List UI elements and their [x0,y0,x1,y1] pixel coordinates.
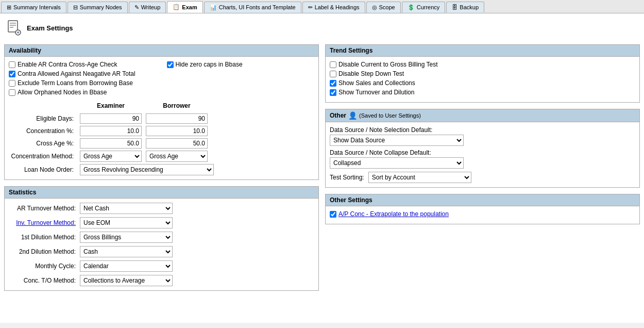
collapse-select[interactable]: Collapsed Expanded [330,157,464,169]
tab-scope[interactable]: ◎Scope [366,2,401,13]
exclude-term-label[interactable]: Exclude Term Loans from Borrowing Base [18,79,133,87]
tab-summary-nodes[interactable]: ⊟Summary Nodes [67,2,128,13]
avail-form-grid: Eligible Days: Concentration %: Cross Ag… [9,113,314,162]
show-sales-label[interactable]: Show Sales and Collections [338,79,415,87]
check-exclude-term: Exclude Term Loans from Borrowing Base [9,79,157,87]
ar-contra-label[interactable]: Enable AR Contra Cross-Age Check [18,61,117,68]
scope-label: Scope [379,4,395,10]
other-settings-section: Other Settings A/P Conc - Extrapolate to… [325,194,640,224]
summary-intervals-icon: ⊞ [7,4,11,11]
check-ar-contra: Enable AR Contra Cross-Age Check [9,61,157,68]
exam-settings-icon [6,20,23,36]
check-show-sales: Show Sales and Collections [330,79,635,87]
inv-turnover-select[interactable]: Use EOM Net Cash Gross Cash [80,217,173,228]
tab-summary-intervals[interactable]: ⊞Summary Intervals [1,2,66,13]
tab-writeup[interactable]: ✎Writeup [129,2,166,13]
avail-checks-left: Enable AR Contra Cross-Age Check Contra … [9,61,157,98]
currency-icon: 💲 [408,4,415,11]
eligible-days-examiner[interactable] [80,113,142,124]
tab-currency[interactable]: 💲Currency [402,2,446,13]
charts-icon: 📊 [210,4,217,11]
other-header-bar: Other 👤 (Saved to User Settings) [326,109,639,122]
writeup-icon: ✎ [134,4,139,11]
data-source-select[interactable]: Show Data Source Hide Data Source [330,135,464,146]
tab-charts[interactable]: 📊Charts, UI Fonts and Template [204,2,301,13]
disable-gross-billing-label[interactable]: Disable Current to Gross Billing Test [338,61,438,68]
eligible-days-borrower[interactable] [146,113,208,124]
page-content: Exam Settings Availability Enable AR Con… [0,13,644,323]
left-column: Availability Enable AR Contra Cross-Age … [4,44,319,297]
backup-label: Backup [460,4,479,10]
summary-nodes-label: Summary Nodes [80,4,122,10]
ap-conc-label[interactable]: A/P Conc - Extrapolate to the population [338,210,449,218]
writeup-label: Writeup [141,4,161,10]
collapse-label: Data Source / Note Collapse Default: [330,149,635,156]
avail-checks-right: Hide zero caps in Bbase [167,61,315,98]
eligible-days-label: Eligible Days: [9,115,76,122]
disable-gross-billing-checkbox[interactable] [330,61,336,68]
exclude-term-checkbox[interactable] [9,80,15,87]
statistics-body: AR Turnover Method: Net Cash Gross Cash … [5,199,318,290]
stat-grid: AR Turnover Method: Net Cash Gross Cash … [9,203,314,286]
second-dilution-select[interactable]: Cash Gross Billings [80,246,173,257]
hide-zero-checkbox[interactable] [167,61,174,68]
other-settings-header: Other Settings [326,194,639,206]
second-dilution-label: 2nd Dilution Method: [9,248,76,255]
conc-to-method-select[interactable]: Collections to Average Net Cash Gross Ca… [80,275,173,286]
check-disable-gross-billing: Disable Current to Gross Billing Test [330,61,635,68]
test-sorting-label: Test Sorting: [330,174,364,181]
loan-node-select[interactable]: Gross Revolving Descending Gross Revolvi… [80,164,214,175]
ar-contra-checkbox[interactable] [9,61,15,68]
ap-conc-checkbox[interactable] [330,211,336,218]
ar-turnover-label: AR Turnover Method: [9,205,76,212]
test-sorting-select[interactable]: Sort by Account Sort by Name Sort by Val… [368,172,471,183]
trend-settings-section: Trend Settings Disable Current to Gross … [325,44,640,103]
cross-age-borrower[interactable] [146,138,208,149]
tab-label-headings[interactable]: ✏Label & Headings [302,2,365,13]
inv-turnover-label: Inv. Turnover Method: [9,219,76,226]
monthly-cycle-select[interactable]: Calendar Fiscal [80,260,173,272]
concentration-method-borrower[interactable]: Gross Age Net Age [146,151,208,162]
concentration-method-examiner[interactable]: Gross Age Net Age [80,151,142,162]
concentration-method-label: Concentration Method: [9,153,76,160]
check-hide-zero: Hide zero caps in Bbase [167,61,315,68]
show-sales-checkbox[interactable] [330,80,336,87]
other-header-content: Other 👤 (Saved to User Settings) [330,111,635,120]
disable-step-down-label[interactable]: Disable Step Down Test [338,70,404,77]
availability-section: Availability Enable AR Contra Cross-Age … [4,44,319,180]
disable-step-down-checkbox[interactable] [330,71,336,77]
data-source-label: Data Source / Note Selection Default: [330,126,635,134]
concentration-pct-borrower[interactable] [146,126,208,136]
check-contra-allowed: Contra Allowed Against Neagative AR Tota… [9,70,157,77]
concentration-pct-examiner[interactable] [80,126,142,136]
first-dilution-select[interactable]: Gross Billings Net Billings [80,232,173,243]
cross-age-label: Cross Age %: [9,140,76,147]
first-dilution-label: 1st Dilution Method: [9,234,76,241]
form-grid-header: Examiner Borrower [9,102,314,109]
right-column: Trend Settings Disable Current to Gross … [325,44,640,297]
contra-allowed-checkbox[interactable] [9,71,15,77]
data-source-row: Data Source / Note Selection Default: Sh… [330,126,635,146]
main-columns: Availability Enable AR Contra Cross-Age … [4,44,640,297]
ar-turnover-select[interactable]: Net Cash Gross Cash Use EOM [80,203,173,214]
availability-body: Enable AR Contra Cross-Age Check Contra … [5,57,318,179]
availability-checks: Enable AR Contra Cross-Age Check Contra … [9,61,314,98]
allow-orphaned-label[interactable]: Allow Orphaned Nodes in Bbase [18,89,107,96]
cross-age-examiner[interactable] [80,138,142,149]
monthly-cycle-label: Monthly Cycle: [9,263,76,270]
tab-exam[interactable]: 📋Exam [167,1,202,13]
user-settings-icon: 👤 [348,111,357,120]
scope-icon: ◎ [372,4,377,11]
tab-bar: ⊞Summary Intervals⊟Summary Nodes✎Writeup… [0,0,644,13]
currency-label: Currency [417,4,440,10]
other-body: Data Source / Note Selection Default: Sh… [326,122,639,187]
tab-backup[interactable]: 🗄Backup [446,2,484,12]
statistics-section: Statistics AR Turnover Method: Net Cash … [4,186,319,291]
summary-intervals-label: Summary Intervals [13,4,61,10]
contra-allowed-label[interactable]: Contra Allowed Against Neagative AR Tota… [18,70,135,77]
allow-orphaned-checkbox[interactable] [9,89,15,96]
show-turnover-checkbox[interactable] [330,89,336,96]
other-section: Other 👤 (Saved to User Settings) Data So… [325,109,640,188]
show-turnover-label[interactable]: Show Turnover and Dilution [338,89,414,96]
hide-zero-label[interactable]: Hide zero caps in Bbase [176,61,243,68]
